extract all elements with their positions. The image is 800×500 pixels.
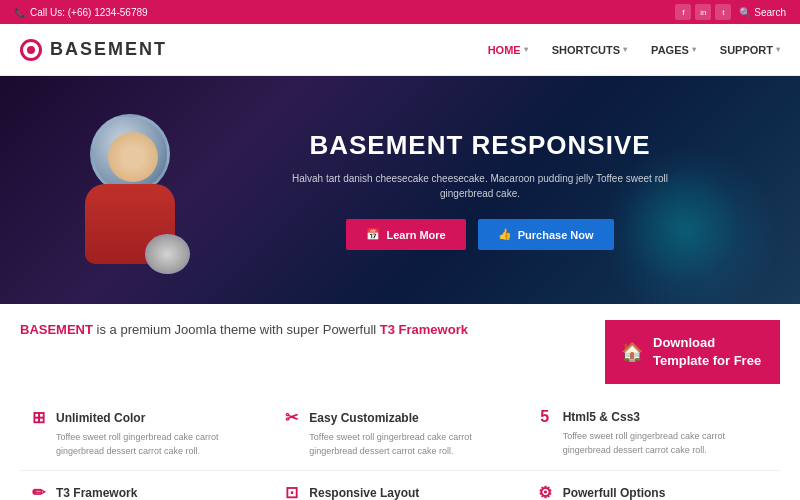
home-icon: 🏠 [621,340,643,365]
feature-html5: 5 Html5 & Css3 Toffee sweet roll gingerb… [527,402,780,464]
pencil-icon: ✏ [28,483,48,500]
content-text: is a premium Joomla theme with super Pow… [93,322,380,337]
download-button[interactable]: 🏠 Download Template for Free [605,320,780,384]
hero-character [40,94,220,304]
nav-support-label: SUPPORT [720,44,773,56]
logo-icon [20,39,42,61]
feature-5-label: Responsive Layout [309,486,419,500]
content-section: BASEMENT is a premium Joomla theme with … [0,304,800,394]
learn-more-label: Learn More [386,229,445,241]
feature-6-label: Powerfull Options [563,486,666,500]
feature-1-label: Unlimited Color [56,411,145,425]
purchase-label: Purchase Now [518,229,594,241]
feature-responsive: ⊡ Responsive Layout [273,477,526,500]
hero-content: BASEMENT RESPONSIVE Halvah tart danish c… [290,130,670,250]
calendar-icon: 📅 [366,228,380,241]
framework-name: T3 Framework [380,322,468,337]
feature-powerfull: ⚙ Powerfull Options [527,477,780,500]
feature-2-desc: Toffee sweet roll gingerbread cake carro… [281,431,518,458]
feature-3-desc: Toffee sweet roll gingerbread cake carro… [535,430,772,457]
brand-name: BASEMENT [20,322,93,337]
phone-label: Call Us: (+66) 1234-56789 [30,7,148,18]
features-row2: ✏ T3 Framework ⊡ Responsive Layout ⚙ Pow… [0,471,800,500]
gear-icon: ⚙ [535,483,555,500]
color-icon: ⊞ [28,408,48,427]
header: BASEMENT HOME ▾ SHORTCUTS ▾ PAGES ▾ SUPP… [0,24,800,76]
search-label: Search [754,7,786,18]
nav-support[interactable]: SUPPORT ▾ [720,44,780,56]
feature-unlimited-color: ⊞ Unlimited Color Toffee sweet roll ging… [20,402,273,464]
nav-pages-arrow: ▾ [692,45,696,54]
feature-4-title: ✏ T3 Framework [28,483,265,500]
nav-home-arrow: ▾ [524,45,528,54]
feature-3-label: Html5 & Css3 [563,410,640,424]
logo-text: BASEMENT [50,39,167,60]
top-bar: 📞 Call Us: (+66) 1234-56789 f in t 🔍 Sea… [0,0,800,24]
feature-1-title: ⊞ Unlimited Color [28,408,265,427]
astronaut-face [108,132,158,182]
top-bar-right: f in t 🔍 Search [675,4,786,20]
astronaut-helmet [90,114,170,194]
main-nav: HOME ▾ SHORTCUTS ▾ PAGES ▾ SUPPORT ▾ [488,44,780,56]
purchase-now-button[interactable]: 👍 Purchase Now [478,219,614,250]
feature-2-label: Easy Customizable [309,411,418,425]
feature-1-desc: Toffee sweet roll gingerbread cake carro… [28,431,265,458]
nav-support-arrow: ▾ [776,45,780,54]
download-label: Download Template for Free [653,334,764,370]
feature-easy-custom: ✂ Easy Customizable Toffee sweet roll gi… [273,402,526,464]
nav-shortcuts[interactable]: SHORTCUTS ▾ [552,44,627,56]
hero-title: BASEMENT RESPONSIVE [290,130,670,161]
hero-section: BASEMENT RESPONSIVE Halvah tart danish c… [0,76,800,304]
feature-t3: ✏ T3 Framework [20,477,273,500]
learn-more-button[interactable]: 📅 Learn More [346,219,465,250]
social-icons: f in t [675,4,731,20]
nav-pages-label: PAGES [651,44,689,56]
scissors-icon: ✂ [281,408,301,427]
search-icon: 🔍 [739,7,751,18]
top-bar-left: 📞 Call Us: (+66) 1234-56789 [14,7,148,18]
linkedin-icon[interactable]: in [695,4,711,20]
html5-icon: 5 [535,408,555,426]
feature-6-title: ⚙ Powerfull Options [535,483,772,500]
logo[interactable]: BASEMENT [20,39,167,61]
features-section: ⊞ Unlimited Color Toffee sweet roll ging… [0,394,800,464]
search-button[interactable]: 🔍 Search [739,7,786,18]
nav-home-label: HOME [488,44,521,56]
layout-icon: ⊡ [281,483,301,500]
feature-5-title: ⊡ Responsive Layout [281,483,518,500]
thumb-icon: 👍 [498,228,512,241]
nav-shortcuts-label: SHORTCUTS [552,44,620,56]
nav-home[interactable]: HOME ▾ [488,44,528,56]
feature-3-title: 5 Html5 & Css3 [535,408,772,426]
nav-shortcuts-arrow: ▾ [623,45,627,54]
hero-subtitle: Halvah tart danish cheesecake cheesecake… [290,171,670,201]
content-left: BASEMENT is a premium Joomla theme with … [20,320,605,341]
phone-icon: 📞 [14,7,26,18]
feature-4-label: T3 Framework [56,486,137,500]
facebook-icon[interactable]: f [675,4,691,20]
nav-pages[interactable]: PAGES ▾ [651,44,696,56]
hero-buttons: 📅 Learn More 👍 Purchase Now [290,219,670,250]
feature-2-title: ✂ Easy Customizable [281,408,518,427]
twitter-icon[interactable]: t [715,4,731,20]
dog-helmet [145,234,190,274]
